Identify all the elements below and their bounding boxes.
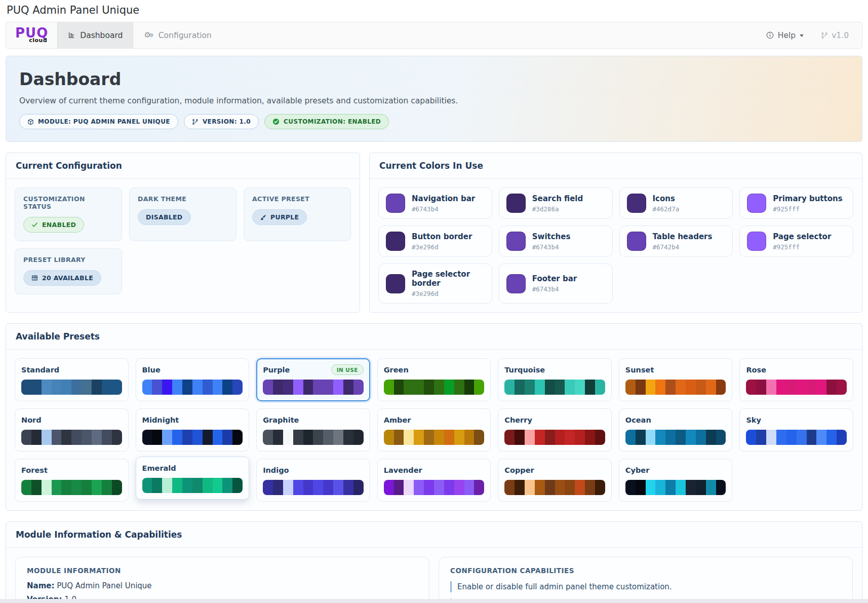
preset-card-copper[interactable]: Copper	[498, 459, 612, 502]
color-info: Icons#462d7a	[653, 194, 680, 213]
color-swatch	[627, 194, 646, 213]
preset-card-turquoise[interactable]: Turquoise	[498, 358, 612, 401]
preset-color-strip	[21, 430, 122, 445]
tab-dashboard[interactable]: Dashboard	[57, 22, 133, 48]
preset-name: Amber	[384, 416, 411, 424]
color-swatch	[747, 232, 766, 251]
color-swatch	[627, 232, 646, 251]
config-tile-label: DARK THEME	[138, 195, 228, 203]
color-hex: #6743b4	[532, 243, 571, 251]
preset-name: Purple	[263, 366, 290, 374]
status-badge-label: 20 AVAILABLE	[42, 274, 93, 282]
preset-color-strip	[21, 480, 122, 495]
preset-card-green[interactable]: Green	[377, 358, 491, 401]
preset-card-midnight[interactable]: Midnight	[136, 408, 250, 451]
preset-name: Rose	[746, 366, 766, 374]
available-presets-title: Available Presets	[6, 324, 862, 350]
viewport-bottom-strip	[0, 599, 868, 603]
color-tile: Search field#3d286a	[499, 187, 613, 219]
color-info: Footer bar#6743b4	[532, 274, 577, 293]
status-badge: DISABLED	[138, 209, 191, 225]
gears-icon: ⚙⚙	[144, 31, 153, 39]
hero-badge-label: CUSTOMIZATION: ENABLED	[284, 118, 381, 125]
chart-icon	[68, 31, 75, 39]
colors-grid: Navigation bar#6743b4Search field#3d286a…	[378, 187, 853, 304]
configuration-tiles: CUSTOMIZATION STATUSENABLEDDARK THEMEDIS…	[15, 187, 351, 294]
color-tile: Switches#6743b4	[499, 225, 613, 257]
help-label: Help	[778, 31, 796, 40]
color-swatch	[506, 232, 526, 251]
preset-card-blue[interactable]: Blue	[136, 358, 250, 401]
preset-name: Sunset	[625, 366, 654, 374]
color-info: Table headers#6742b4	[653, 232, 713, 251]
preset-card-amber[interactable]: Amber	[377, 408, 491, 451]
preset-card-cyber[interactable]: Cyber	[619, 459, 733, 502]
preset-color-strip	[746, 380, 847, 395]
color-swatch	[747, 194, 766, 213]
brush-icon	[260, 214, 266, 220]
preset-card-ocean[interactable]: Ocean	[619, 408, 733, 451]
preset-card-cherry[interactable]: Cherry	[498, 408, 612, 451]
preset-card-sky[interactable]: Sky	[739, 408, 853, 451]
check-circle-icon	[272, 118, 280, 125]
hero-badge: MODULE: PUQ ADMIN PANEL UNIQUE	[19, 114, 178, 129]
current-colors-title: Current Colors In Use	[370, 153, 862, 179]
preset-color-strip	[625, 380, 726, 395]
dashboard-hero: Dashboard Overview of current theme conf…	[6, 56, 862, 142]
module-info-row: Name: PUQ Admin Panel Unique	[27, 581, 418, 590]
color-hex: #925fff	[773, 205, 842, 213]
logo-subtext: cloud	[29, 37, 47, 44]
preset-name: Midnight	[142, 416, 179, 424]
color-name: Footer bar	[532, 274, 577, 283]
color-swatch	[386, 274, 405, 293]
tab-configuration[interactable]: ⚙⚙ Configuration	[133, 22, 222, 48]
color-name: Page selector border	[412, 270, 485, 288]
color-info: Button border#3e296d	[412, 232, 472, 251]
hero-badge-label: MODULE: PUQ ADMIN PANEL UNIQUE	[38, 118, 170, 125]
color-tile: Primary buttons#925fff	[739, 187, 853, 219]
configuration-capabilities-title: CONFIGURATION CAPABILITIES	[450, 567, 841, 575]
preset-color-strip	[504, 430, 605, 445]
preset-card-rose[interactable]: Rose	[739, 358, 853, 401]
preset-card-lavender[interactable]: Lavender	[377, 459, 491, 502]
page: PUQ Admin Panel Unique PUQ cloud Dashboa…	[0, 0, 868, 603]
help-menu[interactable]: Help	[766, 31, 804, 40]
status-badge: 20 AVAILABLE	[23, 270, 101, 286]
preset-name: Blue	[142, 366, 161, 374]
color-info: Switches#6743b4	[532, 232, 571, 251]
color-name: Button border	[412, 232, 472, 241]
preset-card-purple[interactable]: PurpleIN USE	[256, 358, 370, 401]
preset-card-graphite[interactable]: Graphite	[256, 408, 370, 451]
puq-cloud-logo[interactable]: PUQ cloud	[6, 22, 57, 48]
preset-color-strip	[625, 480, 726, 495]
available-presets-card: Available Presets StandardBluePurpleIN U…	[6, 323, 862, 511]
preset-card-nord[interactable]: Nord	[15, 408, 129, 451]
status-badge: PURPLE	[252, 209, 307, 225]
preset-name: Cyber	[625, 466, 649, 474]
status-badge-label: DISABLED	[146, 213, 183, 221]
preset-color-strip	[746, 430, 847, 445]
color-hex: #6743b4	[412, 205, 475, 213]
preset-card-emerald[interactable]: Emerald	[136, 457, 250, 500]
preset-card-sunset[interactable]: Sunset	[619, 358, 733, 401]
configuration-capabilities-card: CONFIGURATION CAPABILITIES Enable or dis…	[439, 557, 853, 603]
preset-color-strip	[263, 480, 364, 495]
preset-color-strip	[384, 380, 485, 395]
preset-card-standard[interactable]: Standard	[15, 358, 129, 401]
module-section-card: Module Information & Capabilities MODULE…	[6, 521, 862, 603]
preset-name: Graphite	[263, 416, 299, 424]
preset-color-strip	[625, 430, 726, 445]
package-icon	[27, 119, 34, 125]
color-name: Primary buttons	[773, 194, 842, 203]
color-info: Navigation bar#6743b4	[412, 194, 475, 213]
chevron-down-icon	[800, 34, 804, 37]
preset-card-forest[interactable]: Forest	[15, 459, 129, 502]
hero-badge-label: VERSION: 1.0	[203, 118, 251, 125]
preset-card-indigo[interactable]: Indigo	[256, 459, 370, 502]
color-tile: Navigation bar#6743b4	[378, 187, 492, 219]
status-row: Current Configuration CUSTOMIZATION STAT…	[6, 153, 862, 313]
color-hex: #462d7a	[653, 205, 680, 213]
hero-badges: MODULE: PUQ ADMIN PANEL UNIQUEVERSION: 1…	[19, 114, 849, 129]
version-indicator[interactable]: v1.0	[821, 31, 849, 40]
color-info: Primary buttons#925fff	[773, 194, 842, 213]
